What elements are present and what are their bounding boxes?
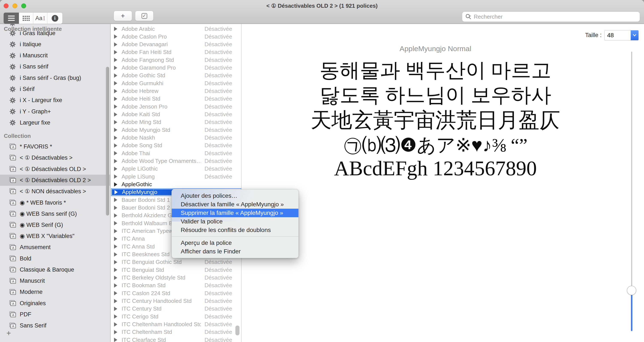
- disclosure-triangle-icon[interactable]: [114, 338, 117, 342]
- sidebar-collection-7[interactable]: A ◉ WEB Sans serif (G): [0, 208, 110, 219]
- disclosure-triangle-icon[interactable]: [114, 299, 117, 303]
- disclosure-triangle-icon[interactable]: [114, 322, 117, 327]
- sidebar-collection-2[interactable]: A < ① Désactivables >: [0, 152, 110, 163]
- font-row-itc-caslon-224-std[interactable]: ITC Caslon 224 StdDésactivée: [111, 289, 241, 297]
- context-menu-item-2[interactable]: Désactiver la famille « AppleMyungjo »: [172, 200, 298, 209]
- disclosure-triangle-icon[interactable]: [114, 151, 117, 155]
- sidebar-item-smart-3[interactable]: i Manuscrit: [0, 50, 110, 61]
- disclosure-triangle-icon[interactable]: [114, 27, 117, 31]
- font-row-itc-cheltenham-std[interactable]: ITC Cheltenham StdDésactivée: [111, 328, 241, 336]
- font-row-itc-benguiat-std[interactable]: ITC Benguiat StdDésactivée: [111, 266, 241, 274]
- sidebar-item-smart-8[interactable]: i Y - Graph+: [0, 106, 110, 117]
- sidebar-item-smart-4[interactable]: i Sans sérif: [0, 61, 110, 72]
- font-row-itc-bookman-std[interactable]: ITC Bookman StdDésactivée: [111, 282, 241, 289]
- font-row-adobe-devanagari[interactable]: Adobe DevanagariDésactivée: [111, 41, 241, 48]
- font-row-itc-century-handtooled-std[interactable]: ITC Century Handtooled StdDésactivée: [111, 297, 241, 305]
- disclosure-triangle-icon[interactable]: [114, 213, 117, 218]
- font-row-itc-clearface-std[interactable]: ITC Clearface StdDésactivée: [111, 336, 241, 342]
- font-row-adobe-song-std[interactable]: Adobe Song StdDésactivée: [111, 142, 241, 149]
- disclosure-triangle-icon[interactable]: [114, 330, 117, 334]
- disclosure-triangle-icon[interactable]: [114, 182, 117, 187]
- sidebar-scrollbar[interactable]: [106, 67, 109, 215]
- validate-font-button[interactable]: ✓: [135, 11, 154, 21]
- disclosure-triangle-icon[interactable]: [114, 244, 117, 249]
- disclosure-triangle-icon[interactable]: [114, 283, 117, 288]
- font-row-adobe-jenson-pro[interactable]: Adobe Jenson ProDésactivée: [111, 103, 241, 110]
- font-row-adobe-thai[interactable]: Adobe ThaiDésactivée: [111, 149, 241, 157]
- disclosure-triangle-icon[interactable]: [114, 50, 117, 54]
- font-row-apple-lisung[interactable]: Apple LiSungDésactivée: [111, 173, 241, 180]
- font-row-adobe-heiti-std[interactable]: Adobe Heiti StdDésactivée: [111, 95, 241, 103]
- font-row-adobe-hebrew[interactable]: Adobe HebrewDésactivée: [111, 87, 241, 95]
- disclosure-triangle-icon[interactable]: [114, 159, 117, 163]
- sidebar-item-smart-9[interactable]: Largeur fixe: [0, 117, 110, 128]
- sidebar-collection-6[interactable]: A ◉ * WEB favoris *: [0, 197, 110, 208]
- disclosure-triangle-icon[interactable]: [114, 198, 117, 202]
- font-row-itc-berkeley-oldstyle-std[interactable]: ITC Berkeley Oldstyle StdDésactivée: [111, 274, 241, 282]
- search-field[interactable]: [462, 11, 640, 22]
- size-slider-handle[interactable]: [627, 286, 636, 295]
- size-combobox[interactable]: 48: [604, 30, 639, 40]
- sample-view-button[interactable]: AaI: [33, 13, 48, 24]
- disclosure-triangle-icon[interactable]: [114, 34, 117, 39]
- disclosure-triangle-icon[interactable]: [114, 276, 117, 280]
- font-row-itc-century-std[interactable]: ITC Century StdDésactivée: [111, 305, 241, 313]
- sidebar-collection-4-selected[interactable]: A < ① Désactivables OLD 2 >: [0, 175, 110, 186]
- context-menu-item-1[interactable]: Ajouter des polices…: [172, 191, 298, 200]
- sidebar-collection-11[interactable]: A Bold: [0, 253, 110, 264]
- disclosure-triangle-icon[interactable]: [114, 190, 118, 194]
- sidebar-collection-9[interactable]: A ◉ WEB X "Variables": [0, 230, 110, 242]
- list-view-button[interactable]: [4, 13, 19, 24]
- disclosure-triangle-icon[interactable]: [114, 66, 117, 70]
- font-row-adobe-gurmukhi[interactable]: Adobe GurmukhiDésactivée: [111, 79, 241, 87]
- font-row-apple-ligothic[interactable]: Apple LiGothicDésactivée: [111, 165, 241, 173]
- sidebar-item-smart-5[interactable]: i Sans sérif - Gras (bug): [0, 72, 110, 83]
- font-row-itc-cerigo-std[interactable]: ITC Cerigo StdDésactivée: [111, 313, 241, 320]
- font-row-adobe-myungjo-std[interactable]: Adobe Myungjo StdDésactivée: [111, 126, 241, 134]
- sidebar-collection-14[interactable]: A Moderne: [0, 287, 110, 298]
- font-row-adobe-ming-std[interactable]: Adobe Ming StdDésactivée: [111, 118, 241, 126]
- font-row-adobe-wood-type-ornaments-[interactable]: Adobe Wood Type Ornaments…Désactivée: [111, 157, 241, 165]
- size-slider-track[interactable]: [631, 52, 632, 287]
- sidebar-item-smart-1[interactable]: i Gras Italique: [0, 28, 110, 39]
- grid-view-button[interactable]: [19, 13, 33, 24]
- disclosure-triangle-icon[interactable]: [114, 167, 117, 171]
- sidebar-collection-1[interactable]: A * FAVORIS *: [0, 141, 110, 152]
- disclosure-triangle-icon[interactable]: [114, 104, 117, 109]
- disclosure-triangle-icon[interactable]: [114, 206, 117, 210]
- font-row-adobe-arabic[interactable]: Adobe ArabicDésactivée: [111, 25, 241, 33]
- font-row-adobe-caslon-pro[interactable]: Adobe Caslon ProDésactivée: [111, 33, 241, 40]
- font-list-scrollbar[interactable]: [236, 326, 240, 335]
- disclosure-triangle-icon[interactable]: [114, 89, 117, 93]
- font-row-itc-benguiat-gothic-std[interactable]: ITC Benguiat Gothic StdDésactivée: [111, 258, 241, 266]
- disclosure-triangle-icon[interactable]: [114, 136, 117, 140]
- disclosure-triangle-icon[interactable]: [114, 73, 117, 78]
- sidebar-collection-12[interactable]: A Classique & Baroque: [0, 264, 110, 275]
- font-row-adobe-naskh[interactable]: Adobe NaskhDésactivée: [111, 134, 241, 142]
- context-menu-item-5[interactable]: Résoudre les conflits de doublons: [172, 226, 298, 234]
- sidebar-item-smart-2[interactable]: i Italique: [0, 39, 110, 50]
- font-row-itc-cheltenham-handtooled-std[interactable]: ITC Cheltenham Handtooled StdDésactivée: [111, 321, 241, 328]
- disclosure-triangle-icon[interactable]: [114, 307, 117, 311]
- context-menu-item-3-highlighted[interactable]: Supprimer la famille « AppleMyungjo »: [172, 209, 298, 217]
- disclosure-triangle-icon[interactable]: [114, 81, 117, 85]
- info-view-button[interactable]: i: [48, 13, 62, 24]
- font-row-adobe-fan-heiti-std[interactable]: Adobe Fan Heiti StdDésactivée: [111, 48, 241, 56]
- disclosure-triangle-icon[interactable]: [114, 128, 117, 132]
- context-menu-item-8[interactable]: Afficher dans le Finder: [172, 247, 298, 256]
- disclosure-triangle-icon[interactable]: [114, 120, 117, 124]
- disclosure-triangle-icon[interactable]: [114, 42, 117, 47]
- sidebar-collection-8[interactable]: A ◉ WEB Serif (G): [0, 219, 110, 230]
- disclosure-triangle-icon[interactable]: [114, 143, 117, 148]
- sidebar-collection-17[interactable]: A Sans Serif: [0, 320, 110, 331]
- sidebar-item-smart-6[interactable]: i Sérif: [0, 84, 110, 95]
- add-fonts-button[interactable]: +: [114, 11, 132, 21]
- font-row-adobe-gothic-std[interactable]: Adobe Gothic StdDésactivée: [111, 72, 241, 79]
- sidebar-item-smart-7[interactable]: i X - Largeur fixe: [0, 95, 110, 106]
- size-dropdown-button[interactable]: [631, 30, 638, 40]
- add-collection-button[interactable]: +: [6, 329, 11, 338]
- search-input[interactable]: [473, 13, 637, 20]
- disclosure-triangle-icon[interactable]: [114, 58, 117, 62]
- disclosure-triangle-icon[interactable]: [114, 112, 117, 117]
- disclosure-triangle-icon[interactable]: [114, 252, 117, 257]
